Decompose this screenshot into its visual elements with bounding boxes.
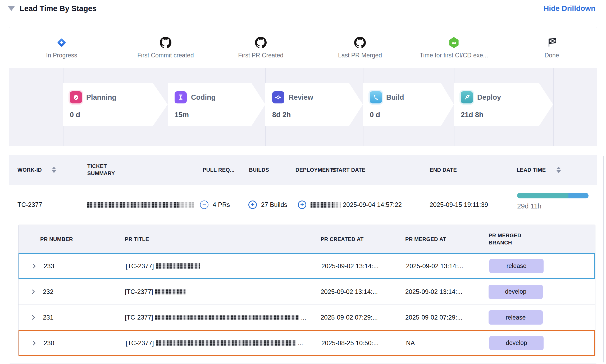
hourglass-icon <box>175 91 187 103</box>
chevron-right-icon[interactable] <box>31 263 37 269</box>
builds-count: 27 Builds <box>261 201 287 208</box>
pr-merged-at: NA <box>406 339 415 347</box>
col-deployments: DEPLOYMENTS <box>295 166 337 174</box>
milestone-label: Time for first CI/CD exe... <box>414 52 494 59</box>
pr-row-230[interactable]: 230 [TC-2377]... 2025-08-25 10:50:... NA… <box>19 330 595 356</box>
branch-badge[interactable]: release <box>489 259 544 273</box>
work-items-table: WORK-ID TICKET SUMMARY PULL REQ... BUILD… <box>9 155 597 363</box>
chevron-right-icon[interactable] <box>30 314 37 321</box>
pr-title: [TC-2377]... <box>126 339 303 347</box>
stage-deploy: Deploy 21d 8h <box>454 83 553 126</box>
pr-row-232[interactable]: 232 [TC-2377] 2025-09-02 13:14:... 2025-… <box>19 279 595 304</box>
pr-row-233[interactable]: 233 [TC-2377] 2025-09-02 13:14:... 2025-… <box>19 253 595 279</box>
chevron-right-icon[interactable] <box>31 340 37 346</box>
col-pr-number: PR NUMBER <box>40 235 73 243</box>
milestone-label: Last PR Merged <box>320 52 400 59</box>
stage-name: Coding <box>191 93 216 102</box>
col-end-date: END DATE <box>430 166 457 174</box>
col-pull-requests: PULL REQ... <box>203 166 235 174</box>
pr-merged-at: 2025-09-02 07:29:... <box>405 314 462 321</box>
stage-review: Review 8d 2h <box>265 83 363 126</box>
ticket-summary-redacted <box>87 201 194 208</box>
stage-name: Build <box>386 93 404 102</box>
rocket-icon <box>461 91 473 103</box>
col-work-id[interactable]: WORK-ID <box>17 166 42 174</box>
col-pr-created-at: PR CREATED AT <box>321 235 363 243</box>
chevron-right-icon[interactable] <box>30 289 37 295</box>
page-title: Lead Time By Stages <box>20 4 97 13</box>
col-lead-time[interactable]: LEAD TIME <box>517 166 546 174</box>
milestone-done: Done <box>512 35 591 59</box>
status-diamond-icon <box>57 38 66 47</box>
pr-table-header: PR NUMBER PR TITLE PR CREATED AT PR MERG… <box>19 225 595 253</box>
pr-row-231[interactable]: 231 [TC-2377] ... 2025-09-02 07:29:... 2… <box>19 304 595 330</box>
milestone-label: Done <box>512 52 591 59</box>
branch-icon <box>370 91 382 103</box>
collapse-prs-icon[interactable]: − <box>200 201 208 209</box>
pr-number: 232 <box>43 288 53 295</box>
pr-number: 231 <box>43 314 53 321</box>
work-id-value: TC-2377 <box>17 201 42 208</box>
pr-created-at: 2025-09-02 13:14:... <box>321 288 378 295</box>
stage-planning: Planning 0 d <box>63 83 168 126</box>
github-icon <box>255 37 267 48</box>
expand-deployments-icon[interactable]: + <box>298 201 306 209</box>
milestone-first-pr: First PR Created <box>221 35 300 59</box>
pr-created-at: 2025-09-02 13:14:... <box>321 262 379 270</box>
sort-lead-time-icon[interactable] <box>557 167 561 173</box>
milestone-in-progress: In Progress <box>22 35 101 59</box>
pull-requests-table: PR NUMBER PR TITLE PR CREATED AT PR MERG… <box>18 225 595 356</box>
hide-drilldown-link[interactable]: Hide Drilldown <box>544 4 595 13</box>
pr-title: [TC-2377] <box>125 288 188 295</box>
end-date-value: 2025-09-15 19:11:39 <box>430 201 488 208</box>
pr-created-at: 2025-09-02 07:29:... <box>321 314 378 321</box>
collapse-triangle-icon[interactable] <box>8 6 15 11</box>
milestone-last-pr-merged: Last PR Merged <box>320 35 400 59</box>
stage-duration: 0 d <box>70 111 168 119</box>
expand-builds-icon[interactable]: + <box>248 201 257 209</box>
milestone-cicd: ∞ Time for first CI/CD exe... <box>414 35 494 59</box>
stage-name: Review <box>289 93 313 102</box>
stage-name: Planning <box>86 93 116 102</box>
col-builds: BUILDS <box>249 166 269 174</box>
pr-number: 233 <box>44 262 54 270</box>
stages-track: Planning 0 d Coding 15m Review 8d 2h <box>9 68 597 146</box>
stage-name: Deploy <box>477 93 501 102</box>
deployments-redacted <box>311 201 341 208</box>
stage-duration: 0 d <box>370 111 454 119</box>
stage-duration: 15m <box>175 111 265 119</box>
work-table-header: WORK-ID TICKET SUMMARY PULL REQ... BUILD… <box>9 155 597 185</box>
pr-number: 230 <box>44 339 54 347</box>
pr-title: [TC-2377] ... <box>125 314 306 321</box>
pr-merged-at: 2025-09-02 13:14:... <box>405 288 462 295</box>
milestone-first-commit: First Commit created <box>126 35 205 59</box>
col-pr-title: PR TITLE <box>125 235 149 243</box>
milestone-label: First Commit created <box>126 52 205 59</box>
planning-leaf-icon <box>70 91 82 103</box>
stage-separator <box>553 68 554 146</box>
stage-build: Build 0 d <box>363 83 454 126</box>
stage-duration: 21d 8h <box>461 111 553 119</box>
col-start-date: START DATE <box>332 166 366 174</box>
pr-title: [TC-2377] <box>126 262 202 270</box>
branch-badge[interactable]: develop <box>489 336 544 350</box>
cicd-infinity-icon: ∞ <box>449 37 459 48</box>
lead-time-value: 29d 11h <box>517 202 541 210</box>
branch-badge[interactable]: release <box>489 310 543 325</box>
branch-badge[interactable]: develop <box>489 285 543 299</box>
commit-diamond-icon <box>272 91 284 103</box>
col-pr-merged-branch: PR MERGED BRANCH <box>489 232 532 246</box>
stage-duration: 8d 2h <box>272 111 363 119</box>
start-date-value: 2025-09-04 14:57:22 <box>343 201 402 208</box>
pull-requests-count: 4 PRs <box>213 201 230 208</box>
lead-time-bar-segment-1 <box>517 193 568 198</box>
col-ticket-summary: TICKET SUMMARY <box>87 163 127 177</box>
scrollbar[interactable] <box>603 156 604 362</box>
sort-work-id-icon[interactable] <box>52 167 56 173</box>
lead-time-stages-panel: In Progress First Commit created First P… <box>9 27 597 146</box>
github-icon <box>160 37 171 48</box>
lead-time-bar <box>517 193 589 198</box>
section-header: Lead Time By Stages <box>8 4 97 13</box>
work-item-row[interactable]: TC-2377 − 4 PRs + 27 Builds + 2025-09-04… <box>9 185 597 225</box>
pr-merged-at: 2025-09-02 13:14:... <box>406 262 463 270</box>
